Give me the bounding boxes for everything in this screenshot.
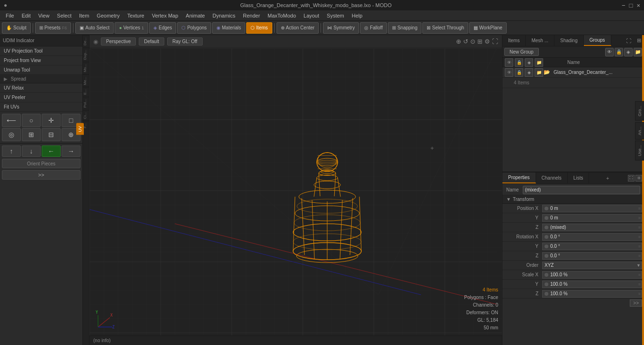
scene-tab-shading[interactable]: Shading xyxy=(555,35,584,46)
viewport-icon-move[interactable]: ⊕ xyxy=(456,38,461,45)
viewport-icon-zoom[interactable]: ⊙ xyxy=(470,38,475,45)
arrow-right-btn[interactable]: → xyxy=(62,145,80,157)
props-maximize-btn[interactable]: ⛶ xyxy=(628,175,635,182)
scale-x-value[interactable]: 100.0 % ≡ xyxy=(542,271,642,279)
scale-z-value[interactable]: 100.0 % ≡ xyxy=(542,290,642,298)
vertices-btn[interactable]: ● Vertices 1 xyxy=(115,22,148,34)
sculpt-btn[interactable]: ✋ Sculpt xyxy=(2,22,31,34)
scene-tab-groups[interactable]: Groups xyxy=(584,35,611,46)
menu-edit[interactable]: Edit xyxy=(18,12,35,19)
scene-tab-maximize[interactable]: ⛶ xyxy=(623,37,634,45)
uv-relax-btn[interactable]: UV Relax xyxy=(0,83,82,93)
side-tab-gro[interactable]: Gro... xyxy=(635,101,644,121)
falloff-btn[interactable]: ◎ Falloff xyxy=(360,22,387,34)
uv-projection-tool-btn[interactable]: UV Projection Tool xyxy=(0,46,82,56)
menu-view[interactable]: View xyxy=(35,12,54,19)
raygl-btn[interactable]: Ray GL: Off xyxy=(167,37,203,45)
viewport-indicator[interactable]: ◉ xyxy=(93,38,98,45)
menu-maxtomode[interactable]: MaxToModo xyxy=(264,12,300,19)
transform-section[interactable]: ▼ Transform xyxy=(502,195,644,204)
menu-render[interactable]: Render xyxy=(239,12,264,19)
tool-grid-btn-4[interactable]: ◎ xyxy=(2,128,21,141)
orient-pieces-btn[interactable]: Orient Pieces xyxy=(2,159,80,168)
uv-side-tab[interactable]: UV xyxy=(76,123,84,135)
position-y-value[interactable]: 0 m ≡ xyxy=(542,214,642,222)
position-x-value[interactable]: 0 m ≡ xyxy=(542,205,642,212)
menu-vertex-map[interactable]: Vertex Map xyxy=(148,12,182,19)
rotation-x-value[interactable]: 0.0 ° ≡ xyxy=(542,233,642,241)
viewport-icon-maximize[interactable]: ⛶ xyxy=(492,38,498,45)
scale-extend-btn[interactable]: >> xyxy=(630,300,642,307)
right-drag-handle[interactable] xyxy=(642,35,644,345)
select-through-btn[interactable]: ⊠ Select Through xyxy=(422,22,468,34)
polygons-btn[interactable]: ⬡ Polygons xyxy=(177,22,211,34)
new-group-btn[interactable]: New Group xyxy=(504,48,539,56)
tool-grid-btn-2[interactable]: ✛ xyxy=(42,114,61,127)
vert-label-ci[interactable]: Ci... xyxy=(83,110,89,121)
workplane-btn[interactable]: ▦ WorkPlane xyxy=(469,22,507,34)
edges-btn[interactable]: ◈ Edges xyxy=(149,22,176,34)
menu-layout[interactable]: Layout xyxy=(300,12,323,19)
unwrap-tool-btn[interactable]: Unwrap Tool xyxy=(0,65,82,75)
minimize-btn[interactable]: − xyxy=(622,2,626,9)
vert-label-ms[interactable]: Ms... xyxy=(83,62,89,74)
menu-select[interactable]: Select xyxy=(53,12,75,19)
scene-icon-folder[interactable]: 📁 xyxy=(634,48,642,56)
snapping-btn[interactable]: ⊞ Snapping xyxy=(388,22,421,34)
props-name-value[interactable]: (mixed) xyxy=(523,186,640,194)
vert-label-pol[interactable]: Pol... xyxy=(83,97,89,109)
default-shading-btn[interactable]: Default xyxy=(139,37,164,45)
props-tab-lists[interactable]: Lists xyxy=(568,172,590,183)
rotation-z-value[interactable]: 0.0 ° ≡ xyxy=(542,252,642,260)
scale-y-value[interactable]: 100.0 % ≡ xyxy=(542,281,642,288)
project-from-view-btn[interactable]: Project from View xyxy=(0,56,82,65)
order-value[interactable]: XYZ ▼ xyxy=(542,262,642,269)
tool-grid-btn-0[interactable]: ⟵ xyxy=(2,114,21,127)
vert-label-de[interactable]: De... xyxy=(83,35,89,47)
close-btn[interactable]: × xyxy=(636,2,640,9)
items-btn[interactable]: ⬡ Items xyxy=(246,22,272,34)
presets-btn[interactable]: ⊞ Presets F6 xyxy=(35,22,71,34)
menu-geometry[interactable]: Geometry xyxy=(93,12,123,19)
viewport-icon-fit[interactable]: ⊞ xyxy=(477,38,483,45)
scene-tab-mesh[interactable]: Mesh ... xyxy=(526,35,555,46)
spread-section[interactable]: ▶ Spread xyxy=(0,75,82,83)
scene-item-group[interactable]: 👁 🔒 ◈ 📁 📂 Glass_Orange_Decanter_... xyxy=(502,67,644,78)
scene-icon-lock[interactable]: 🔒 xyxy=(615,48,623,56)
scene-tab-items[interactable]: Items xyxy=(502,35,526,46)
side-tab-use[interactable]: Use... xyxy=(635,141,644,161)
rotation-y-value[interactable]: 0.0 ° ≡ xyxy=(542,243,642,250)
viewport-canvas[interactable]: + xyxy=(89,48,502,336)
position-z-value[interactable]: (mixed) ≡ xyxy=(542,224,642,231)
auto-select-btn[interactable]: ▣ Auto Select xyxy=(75,22,114,34)
props-tab-add[interactable]: + xyxy=(602,174,613,182)
side-tab-an[interactable]: An... xyxy=(635,122,644,140)
tool-grid-btn-6[interactable]: ⊟ xyxy=(42,128,61,141)
item-folder-toggle[interactable]: 📁 xyxy=(535,68,543,77)
viewport-icon-rotate[interactable]: ↺ xyxy=(463,38,468,45)
item-eye-toggle[interactable]: 👁 xyxy=(505,68,513,77)
props-tab-properties[interactable]: Properties xyxy=(502,172,536,183)
vert-label-dup[interactable]: Dup... xyxy=(83,47,89,62)
fit-uvs-btn[interactable]: Fit UVs xyxy=(0,102,82,112)
menu-texture[interactable]: Texture xyxy=(124,12,148,19)
expand-btn[interactable]: >> xyxy=(2,170,80,180)
menu-file[interactable]: File xyxy=(2,12,18,19)
tool-grid-btn-1[interactable]: ○ xyxy=(22,114,41,127)
scene-icon-eye[interactable]: 👁 xyxy=(605,48,614,56)
arrow-down-btn[interactable]: ↓ xyxy=(22,145,41,157)
menu-system[interactable]: System xyxy=(323,12,348,19)
uv-peeler-btn[interactable]: UV Peeler xyxy=(0,93,82,102)
perspective-btn[interactable]: Perspective xyxy=(101,37,136,45)
arrow-up-btn[interactable]: ↑ xyxy=(2,145,21,157)
action-center-btn[interactable]: ⊕ Action Center xyxy=(277,22,319,34)
tool-grid-btn-5[interactable]: ⊞ xyxy=(22,128,41,141)
item-render-toggle[interactable]: ◈ xyxy=(525,68,533,77)
menu-help[interactable]: Help xyxy=(348,12,367,19)
vert-label-me[interactable]: Me... xyxy=(83,74,89,87)
materials-btn[interactable]: ◉ Materials xyxy=(212,22,246,34)
vert-label-e[interactable]: E... xyxy=(83,87,89,97)
menu-item[interactable]: Item xyxy=(75,12,93,19)
viewport-icon-settings[interactable]: ⚙ xyxy=(484,38,490,45)
maximize-btn[interactable]: □ xyxy=(629,2,633,9)
